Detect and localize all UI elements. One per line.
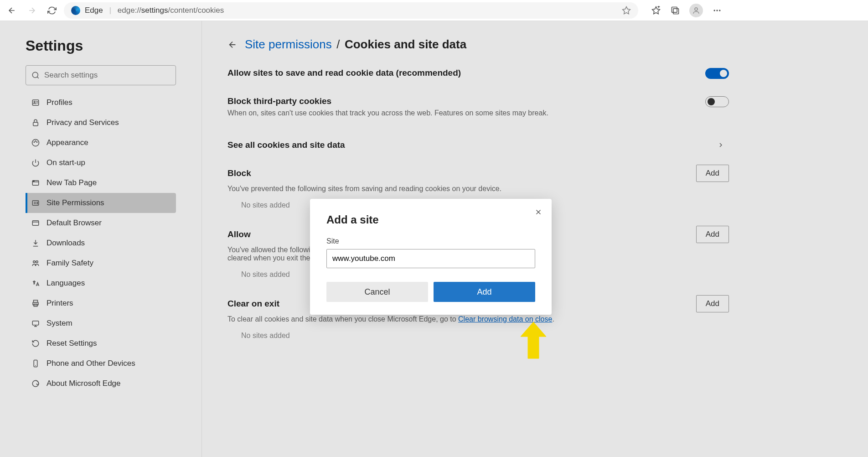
svg-point-9 <box>719 10 720 11</box>
site-url-input[interactable] <box>326 249 535 268</box>
modal-field-label: Site <box>326 237 535 245</box>
svg-point-7 <box>714 10 715 11</box>
browser-toolbar: Edge | edge://settings/content/cookies <box>0 0 868 21</box>
modal-title: Add a site <box>326 213 535 226</box>
address-separator: | <box>109 6 111 15</box>
url-text: edge://settings/content/cookies <box>118 6 224 15</box>
back-button[interactable] <box>4 2 20 19</box>
forward-button[interactable] <box>24 2 40 19</box>
address-bar[interactable]: Edge | edge://settings/content/cookies <box>64 2 638 19</box>
favorite-star-icon[interactable] <box>622 6 631 15</box>
svg-rect-5 <box>673 8 679 14</box>
edge-logo-icon <box>71 6 80 15</box>
svg-point-8 <box>716 10 718 11</box>
more-menu-icon[interactable] <box>712 5 722 16</box>
profile-avatar[interactable] <box>689 4 703 17</box>
svg-point-6 <box>695 8 698 10</box>
svg-marker-0 <box>623 6 630 14</box>
modal-close-button[interactable] <box>534 208 542 216</box>
refresh-button[interactable] <box>44 2 60 19</box>
modal-add-button[interactable]: Add <box>434 282 535 302</box>
svg-rect-4 <box>672 7 677 12</box>
modal-cancel-button[interactable]: Cancel <box>326 282 428 302</box>
collections-icon[interactable] <box>670 5 680 16</box>
add-site-modal: Add a site Site Cancel Add <box>310 199 552 315</box>
favorites-icon[interactable] <box>651 5 661 16</box>
page-label: Edge <box>85 6 103 15</box>
chrome-right-controls <box>651 4 722 17</box>
